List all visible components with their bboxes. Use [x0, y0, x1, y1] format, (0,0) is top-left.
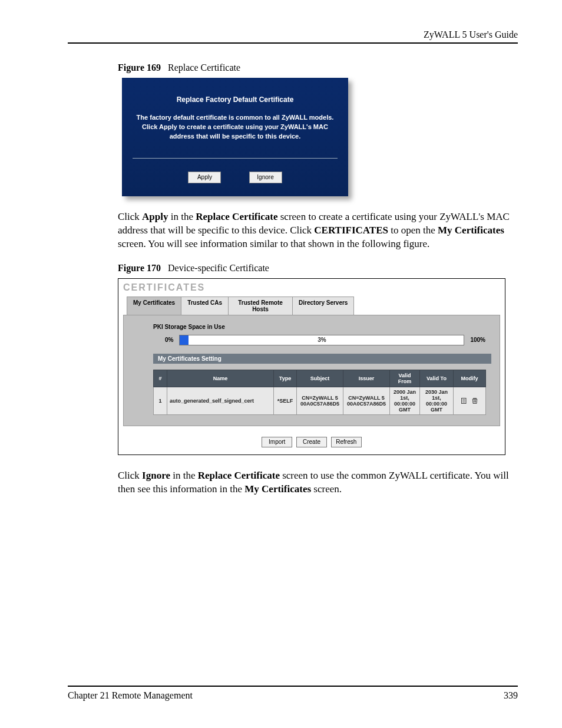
tab-directory-servers[interactable]: Directory Servers: [293, 297, 354, 315]
cell-modify: [454, 387, 486, 414]
replace-cert-dialog-wrap: Replace Factory Default Certificate The …: [122, 78, 518, 196]
cert-tabs: My Certificates Trusted CAs Trusted Remo…: [127, 297, 500, 315]
cert-table: # Name Type Subject Issuer Valid From Va…: [153, 370, 486, 415]
cell-type: *SELF: [274, 387, 297, 414]
col-num: #: [154, 370, 167, 387]
cert-panel: PKI Storage Space in Use 0% 3% 100% My C…: [123, 315, 500, 426]
figure-169-caption: Figure 169 Replace Certificate: [118, 62, 518, 73]
create-button[interactable]: Create: [296, 437, 327, 447]
storage-max: 100%: [470, 337, 485, 343]
cell-name: auto_generated_self_signed_cert: [167, 387, 274, 414]
storage-row: 0% 3% 100%: [165, 335, 485, 345]
storage-min: 0%: [165, 337, 173, 343]
body-paragraph-2: Click Ignore in the Replace Certificate …: [118, 469, 518, 496]
edit-icon[interactable]: [459, 397, 471, 403]
col-modify: Modify: [454, 370, 486, 387]
dialog-divider: [133, 158, 338, 159]
certificates-heading: CERTIFICATES: [123, 282, 500, 293]
page-footer: Chapter 21 Remote Management 339: [68, 686, 518, 701]
delete-icon[interactable]: [470, 397, 480, 403]
storage-fill: [180, 335, 188, 345]
figure-169-title: Replace Certificate: [168, 62, 240, 73]
refresh-button[interactable]: Refresh: [331, 437, 362, 447]
cell-valid-to: 2030 Jan 1st, 00:00:00 GMT: [420, 387, 454, 414]
body-paragraph-1: Click Apply in the Replace Certificate s…: [118, 210, 518, 251]
figure-170-label: Figure 170: [118, 263, 161, 273]
figure-170-caption: Figure 170 Device-specific Certificate: [118, 263, 518, 274]
dialog-body: The factory default certificate is commo…: [133, 113, 338, 141]
col-name: Name: [167, 370, 274, 387]
tab-trusted-remote-hosts[interactable]: Trusted Remote Hosts: [229, 297, 293, 315]
storage-pct: 3%: [318, 337, 326, 343]
cell-subject: CN=ZyWALL 5 00A0C57A86D5: [297, 387, 343, 414]
import-button[interactable]: Import: [262, 437, 292, 447]
figure-170-title: Device-specific Certificate: [168, 263, 269, 273]
col-valid-to: Valid To: [420, 370, 454, 387]
ignore-button[interactable]: Ignore: [249, 172, 282, 183]
svg-rect-4: [474, 398, 477, 399]
apply-button[interactable]: Apply: [188, 172, 221, 183]
cell-valid-from: 2000 Jan 1st, 00:00:00 GMT: [390, 387, 420, 414]
col-type: Type: [274, 370, 297, 387]
col-valid-from: Valid From: [390, 370, 420, 387]
col-subject: Subject: [297, 370, 343, 387]
my-certs-setting-label: My Certificates Setting: [153, 354, 491, 364]
footer-chapter: Chapter 21 Remote Management: [68, 690, 193, 701]
footer-page: 339: [504, 690, 518, 701]
replace-cert-dialog: Replace Factory Default Certificate The …: [122, 78, 348, 196]
certificates-screenshot: CERTIFICATES My Certificates Trusted CAs…: [118, 278, 518, 455]
dialog-title: Replace Factory Default Certificate: [133, 95, 338, 104]
storage-bar: 3%: [179, 335, 464, 345]
tab-trusted-cas[interactable]: Trusted CAs: [181, 297, 229, 315]
cell-issuer: CN=ZyWALL 5 00A0C57A86D5: [343, 387, 390, 414]
storage-label: PKI Storage Space in Use: [153, 324, 491, 330]
cell-num: 1: [154, 387, 167, 414]
table-row: 1 auto_generated_self_signed_cert *SELF …: [154, 387, 486, 414]
figure-169-label: Figure 169: [118, 62, 161, 73]
tab-my-certificates[interactable]: My Certificates: [127, 297, 181, 315]
page-header: ZyWALL 5 User's Guide: [68, 29, 518, 44]
col-issuer: Issuer: [343, 370, 390, 387]
